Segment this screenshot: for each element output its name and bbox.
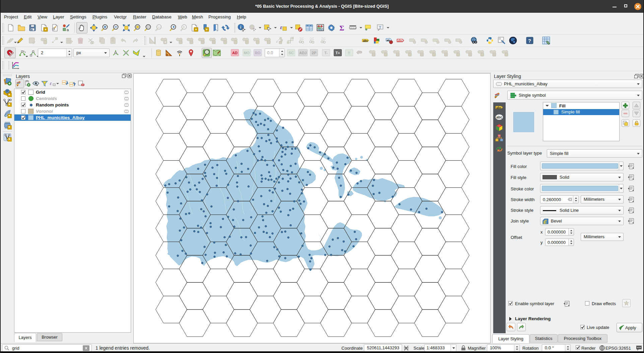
svg-text:Σ: Σ — [339, 24, 344, 32]
svg-text:ab: ab — [387, 39, 390, 42]
svg-text:abc: abc — [497, 115, 503, 119]
svg-text:abc: abc — [496, 106, 502, 109]
svg-text:abc: abc — [398, 39, 403, 42]
svg-text:a: a — [67, 28, 69, 32]
svg-text:ε: ε — [50, 81, 52, 86]
svg-text:?: ? — [528, 38, 531, 43]
svg-text:1:1: 1:1 — [157, 26, 161, 28]
svg-text:T: T — [379, 25, 381, 29]
svg-text:ε: ε — [280, 24, 282, 30]
svg-text:abc: abc — [363, 39, 368, 42]
